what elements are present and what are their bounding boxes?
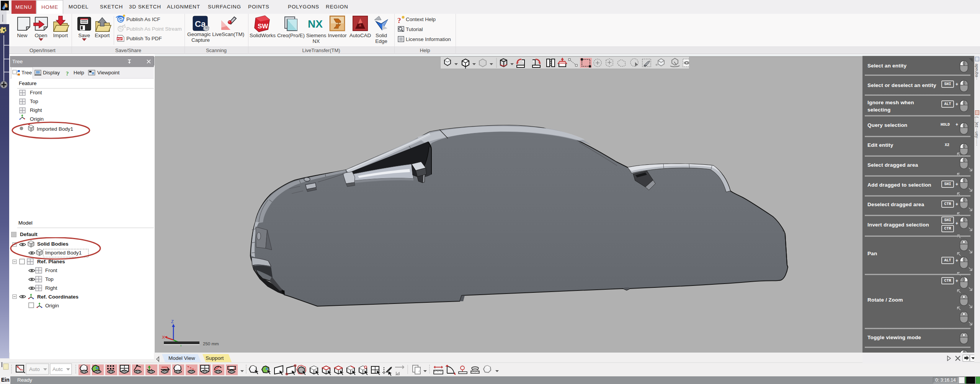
svg-text:Tutorial: Tutorial	[406, 26, 423, 32]
svg-text:Support: Support	[206, 355, 224, 361]
svg-text:License Information: License Information	[406, 36, 451, 42]
svg-text:Publish As Point Stream: Publish As Point Stream	[126, 26, 182, 32]
svg-text:Model View: Model View	[168, 355, 195, 361]
svg-text:Context Help: Context Help	[406, 16, 436, 22]
svg-text:PDF: PDF	[117, 38, 122, 40]
svg-text:Auto: Auto	[29, 366, 40, 372]
svg-text:SW: SW	[258, 23, 268, 30]
svg-text:?: ?	[66, 71, 69, 77]
svg-text:?: ?	[397, 16, 401, 25]
svg-text:NX: NX	[308, 18, 323, 30]
svg-text:Publish To PDF: Publish To PDF	[126, 36, 162, 41]
svg-text:Autc: Autc	[52, 366, 63, 372]
svg-text:Z: Z	[171, 319, 174, 324]
svg-text:Publish As ICF: Publish As ICF	[126, 16, 160, 22]
svg-text:X: X	[162, 335, 165, 340]
svg-text:250 mm: 250 mm	[203, 341, 219, 346]
